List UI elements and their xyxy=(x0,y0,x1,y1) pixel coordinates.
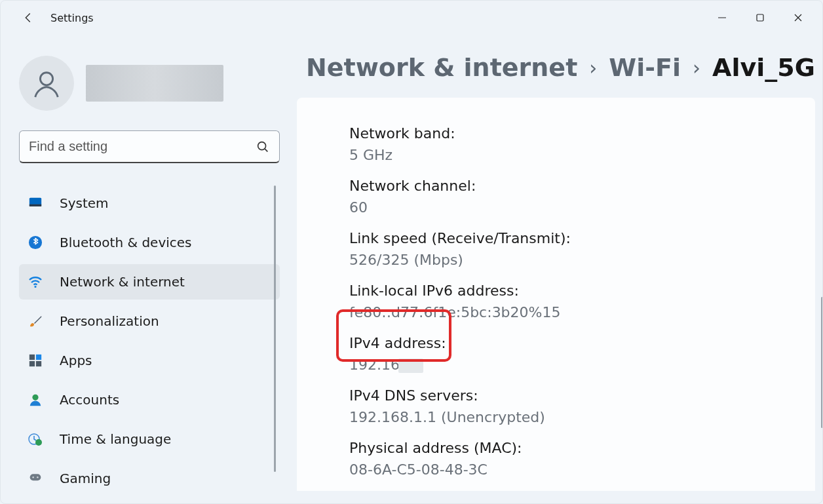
breadcrumb-root[interactable]: Network & internet xyxy=(306,53,577,82)
breadcrumb-wifi[interactable]: Wi-Fi xyxy=(609,53,681,82)
bluetooth-icon xyxy=(27,234,44,251)
sidebar-item-network[interactable]: Network & internet xyxy=(19,264,280,300)
chevron-right-icon: › xyxy=(693,56,700,79)
user-name-redacted xyxy=(86,65,223,102)
row-ipv4-dns: IPv4 DNS servers: 192.168.1.1 (Unencrypt… xyxy=(349,387,815,425)
label: Network band: xyxy=(349,125,815,142)
window-title: Settings xyxy=(50,12,94,24)
sidebar-item-label: Gaming xyxy=(60,471,111,486)
apps-icon xyxy=(27,352,44,369)
search-box[interactable] xyxy=(19,130,280,163)
row-ipv6-link-local: Link-local IPv6 address: fe80::d77:6f1e:… xyxy=(349,282,815,320)
value: fe80::d77:6f1e:5bc:3b20%15 xyxy=(349,304,815,320)
sidebar-nav: System Bluetooth & devices Network & int… xyxy=(19,185,280,496)
sidebar-item-label: Personalization xyxy=(60,313,159,329)
gamepad-icon xyxy=(27,470,44,487)
search-icon xyxy=(256,140,270,154)
sidebar-item-label: Network & internet xyxy=(60,274,185,290)
svg-rect-0 xyxy=(757,14,763,21)
sidebar-item-label: Apps xyxy=(60,353,92,368)
ipv4-redacted xyxy=(398,359,423,373)
row-network-channel: Network channel: 60 xyxy=(349,178,815,216)
svg-rect-10 xyxy=(36,361,41,366)
row-ipv4-address: IPv4 address: 192.16 xyxy=(349,335,815,373)
value: 192.168.1.1 (Unencrypted) xyxy=(349,409,815,425)
sidebar-item-personalization[interactable]: Personalization xyxy=(19,303,280,339)
row-link-speed: Link speed (Receive/Transmit): 526/325 (… xyxy=(349,230,815,268)
profile-block[interactable] xyxy=(19,56,280,111)
label: Network channel: xyxy=(349,178,815,194)
svg-rect-4 xyxy=(29,204,41,206)
label: Physical address (MAC): xyxy=(349,440,815,456)
avatar xyxy=(19,56,74,111)
svg-point-2 xyxy=(258,142,266,149)
minimize-button[interactable] xyxy=(703,5,741,31)
wifi-icon xyxy=(27,273,44,290)
titlebar: Settings xyxy=(1,1,822,35)
label: IPv4 address: xyxy=(349,335,815,351)
network-details-panel: Network band: 5 GHz Network channel: 60 … xyxy=(297,98,815,491)
sidebar-scrollbar[interactable] xyxy=(274,185,276,472)
sidebar-item-accounts[interactable]: Accounts xyxy=(19,382,280,417)
content: Network & internet › Wi-Fi › Alvi_5G Net… xyxy=(293,35,823,503)
value: 5 GHz xyxy=(349,147,815,163)
value: 60 xyxy=(349,199,815,216)
back-button[interactable] xyxy=(14,3,43,32)
sidebar-item-apps[interactable]: Apps xyxy=(19,343,280,378)
chevron-right-icon: › xyxy=(589,56,597,79)
sidebar-item-bluetooth[interactable]: Bluetooth & devices xyxy=(19,225,280,260)
label: IPv4 DNS servers: xyxy=(349,387,815,404)
label: Link speed (Receive/Transmit): xyxy=(349,230,815,246)
sidebar-item-label: Time & language xyxy=(60,431,171,447)
search-input[interactable] xyxy=(29,139,256,154)
value: 192.16 xyxy=(349,357,815,373)
svg-point-11 xyxy=(32,395,38,400)
label: Link-local IPv6 address: xyxy=(349,282,815,299)
svg-point-6 xyxy=(34,286,36,288)
row-network-band: Network band: 5 GHz xyxy=(349,125,815,163)
value: 08-6A-C5-08-48-3C xyxy=(349,461,815,478)
sidebar-item-system[interactable]: System xyxy=(19,185,280,221)
svg-rect-8 xyxy=(36,355,41,360)
content-scrollbar[interactable] xyxy=(821,297,823,428)
svg-point-15 xyxy=(32,476,34,478)
breadcrumb-leaf: Alvi_5G xyxy=(712,53,815,82)
svg-rect-14 xyxy=(30,474,41,480)
value: 526/325 (Mbps) xyxy=(349,252,815,268)
sidebar-item-label: Bluetooth & devices xyxy=(60,235,192,250)
maximize-button[interactable] xyxy=(741,5,779,31)
sidebar-item-label: Accounts xyxy=(60,392,119,408)
svg-point-16 xyxy=(37,476,39,478)
person-icon xyxy=(27,391,44,408)
svg-point-13 xyxy=(35,439,42,446)
svg-point-1 xyxy=(40,73,52,85)
display-icon xyxy=(27,195,44,212)
svg-rect-7 xyxy=(29,355,35,360)
brush-icon xyxy=(27,313,44,330)
svg-rect-9 xyxy=(29,361,35,366)
window-controls xyxy=(703,5,817,31)
sidebar-item-label: System xyxy=(60,195,109,211)
sidebar-item-gaming[interactable]: Gaming xyxy=(19,461,280,496)
sidebar: System Bluetooth & devices Network & int… xyxy=(1,35,293,503)
clock-globe-icon xyxy=(27,431,44,448)
sidebar-item-time-language[interactable]: Time & language xyxy=(19,421,280,457)
close-button[interactable] xyxy=(779,5,817,31)
breadcrumb: Network & internet › Wi-Fi › Alvi_5G xyxy=(293,53,815,82)
row-mac-address: Physical address (MAC): 08-6A-C5-08-48-3… xyxy=(349,440,815,478)
